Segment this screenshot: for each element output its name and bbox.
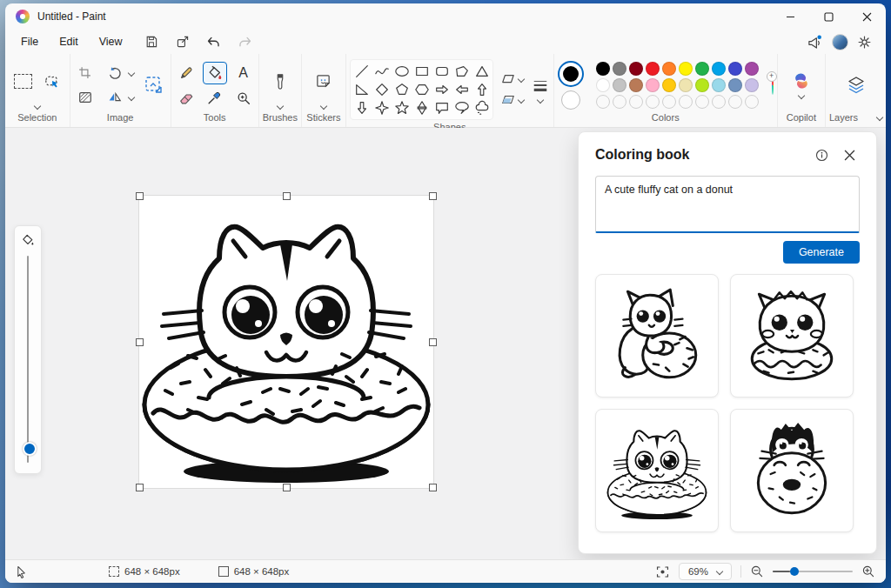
palette-swatch[interactable] bbox=[613, 78, 626, 92]
maximize-button[interactable] bbox=[809, 3, 847, 30]
rotate-button[interactable] bbox=[104, 63, 126, 84]
brushes-button[interactable] bbox=[269, 71, 291, 92]
selection-handle-sw[interactable] bbox=[136, 484, 144, 491]
rectangle-select-button[interactable] bbox=[12, 71, 35, 92]
close-button[interactable] bbox=[847, 3, 886, 30]
zoom-level-dropdown[interactable]: 69% bbox=[679, 563, 732, 580]
shape-diamond-icon[interactable] bbox=[374, 82, 390, 97]
thumbnail-cat-hugging-donut[interactable] bbox=[595, 274, 719, 398]
flip-dropdown-chevron[interactable] bbox=[127, 93, 134, 100]
zoom-in-button[interactable] bbox=[861, 565, 875, 578]
palette-swatch[interactable] bbox=[646, 78, 660, 92]
stickers-button[interactable] bbox=[312, 71, 335, 92]
palette-swatch-empty[interactable] bbox=[712, 95, 726, 109]
palette-swatch[interactable] bbox=[596, 62, 610, 76]
zoom-out-button[interactable] bbox=[750, 565, 764, 578]
settings-gear-icon[interactable] bbox=[857, 35, 872, 50]
palette-swatch[interactable] bbox=[662, 78, 676, 92]
palette-swatch[interactable] bbox=[745, 78, 759, 92]
brushes-dropdown-chevron[interactable] bbox=[277, 103, 284, 110]
shape-arrow-left-icon[interactable] bbox=[454, 82, 470, 97]
prompt-input[interactable]: A cute fluffy cat on a donut bbox=[595, 176, 860, 233]
shape-hexagon-icon[interactable] bbox=[414, 82, 430, 97]
ribbon-collapse-chevron[interactable] bbox=[876, 114, 883, 121]
color2-swatch[interactable] bbox=[561, 90, 580, 110]
shape-arrow-down-icon[interactable] bbox=[354, 100, 370, 116]
zoom-slider-handle[interactable] bbox=[790, 567, 799, 576]
freeform-select-button[interactable] bbox=[40, 71, 63, 92]
fill-bucket-button[interactable] bbox=[203, 62, 227, 84]
selection-handle-n[interactable] bbox=[283, 192, 291, 200]
crop-button[interactable] bbox=[74, 63, 97, 84]
redo-button[interactable] bbox=[232, 32, 258, 51]
selection-handle-e[interactable] bbox=[429, 338, 437, 346]
shape-callout-oval-icon[interactable] bbox=[454, 100, 470, 116]
shape-fill-icon[interactable] bbox=[500, 93, 516, 107]
palette-swatch-empty[interactable] bbox=[695, 95, 709, 109]
shape-line-icon[interactable] bbox=[354, 63, 370, 79]
undo-button[interactable] bbox=[201, 32, 227, 51]
account-avatar[interactable] bbox=[832, 34, 848, 50]
selection-handle-s[interactable] bbox=[283, 484, 291, 491]
line-size-icon[interactable] bbox=[531, 77, 550, 94]
palette-swatch[interactable] bbox=[613, 62, 626, 76]
shape-arrow-up-icon[interactable] bbox=[474, 82, 490, 97]
palette-swatch[interactable] bbox=[728, 78, 742, 92]
generate-button[interactable]: Generate bbox=[783, 241, 860, 264]
color-wheel-button[interactable] bbox=[772, 76, 774, 95]
feedback-megaphone-icon[interactable] bbox=[807, 35, 823, 50]
palette-swatch[interactable] bbox=[728, 62, 742, 76]
shape-fill-chevron[interactable] bbox=[518, 97, 525, 104]
palette-swatch-empty[interactable] bbox=[728, 95, 742, 109]
rotate-dropdown-chevron[interactable] bbox=[127, 69, 134, 76]
palette-swatch[interactable] bbox=[596, 78, 610, 92]
selection-dropdown-chevron[interactable] bbox=[34, 103, 41, 110]
save-button[interactable] bbox=[138, 32, 164, 51]
fill-tolerance-slider[interactable] bbox=[27, 256, 29, 463]
palette-swatch-empty[interactable] bbox=[596, 95, 610, 109]
shape-rounded-rectangle-icon[interactable] bbox=[434, 63, 450, 79]
eraser-button[interactable] bbox=[175, 88, 198, 109]
palette-swatch-empty[interactable] bbox=[662, 95, 676, 109]
thumbnail-fluffy-cat-on-donut[interactable] bbox=[730, 274, 854, 398]
palette-swatch-empty[interactable] bbox=[613, 95, 626, 109]
stickers-dropdown-chevron[interactable] bbox=[320, 103, 327, 110]
eyedropper-button[interactable] bbox=[203, 88, 225, 109]
background-removal-button[interactable] bbox=[74, 87, 97, 108]
palette-swatch[interactable] bbox=[695, 78, 709, 92]
shape-arrow-right-icon[interactable] bbox=[434, 82, 450, 97]
shape-outline-icon[interactable] bbox=[500, 72, 516, 86]
palette-swatch[interactable] bbox=[695, 62, 709, 76]
flip-button[interactable] bbox=[104, 87, 126, 108]
thumbnail-cat-sitting-in-donut[interactable] bbox=[595, 409, 719, 532]
palette-swatch-empty[interactable] bbox=[745, 95, 759, 109]
shape-star-4-icon[interactable] bbox=[374, 100, 390, 116]
menu-edit[interactable]: Edit bbox=[49, 32, 89, 51]
share-button[interactable] bbox=[170, 32, 196, 51]
fill-tolerance-handle[interactable] bbox=[23, 442, 37, 456]
palette-swatch-empty[interactable] bbox=[646, 95, 660, 109]
selection-handle-ne[interactable] bbox=[429, 192, 437, 200]
selection-handle-w[interactable] bbox=[136, 338, 144, 346]
palette-swatch-empty[interactable] bbox=[629, 95, 643, 109]
shape-star-5-icon[interactable] bbox=[394, 100, 410, 116]
palette-swatch[interactable] bbox=[745, 62, 759, 76]
shape-curve-icon[interactable] bbox=[374, 63, 390, 79]
palette-swatch[interactable] bbox=[712, 78, 726, 92]
minimize-button[interactable] bbox=[771, 3, 809, 30]
shape-triangle-icon[interactable] bbox=[474, 63, 490, 79]
magnifier-button[interactable] bbox=[232, 88, 255, 109]
shape-rectangle-icon[interactable] bbox=[414, 63, 430, 79]
palette-swatch[interactable] bbox=[629, 78, 643, 92]
selection-handle-nw[interactable] bbox=[136, 192, 144, 200]
copilot-dropdown-chevron[interactable] bbox=[798, 92, 805, 99]
text-tool-button[interactable]: A bbox=[232, 63, 255, 84]
panel-info-button[interactable] bbox=[811, 144, 832, 165]
color1-swatch[interactable] bbox=[558, 61, 584, 87]
shape-outline-chevron[interactable] bbox=[518, 76, 525, 83]
palette-swatch[interactable] bbox=[629, 62, 643, 76]
fit-to-screen-button[interactable] bbox=[655, 565, 670, 579]
panel-close-button[interactable] bbox=[839, 144, 860, 165]
copilot-icon[interactable] bbox=[792, 71, 811, 90]
palette-swatch[interactable] bbox=[712, 62, 726, 76]
